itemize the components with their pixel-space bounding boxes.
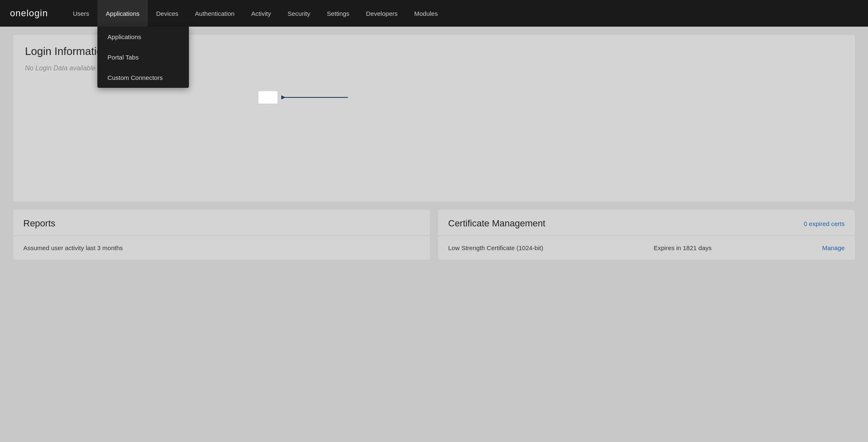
nav-item-applications[interactable]: Applications Applications Portal Tabs Cu… xyxy=(97,0,148,27)
dropdown-item-portal-tabs[interactable]: Portal Tabs xyxy=(97,47,189,67)
nav-item-developers[interactable]: Developers xyxy=(358,0,406,27)
applications-dropdown: Applications Portal Tabs Custom Connecto… xyxy=(97,27,189,88)
svg-marker-1 xyxy=(281,95,285,99)
nav-item-authentication[interactable]: Authentication xyxy=(187,0,243,27)
nav-item-security[interactable]: Security xyxy=(279,0,318,27)
certificate-name: Low Strength Certificate (1024-bit) xyxy=(448,244,543,251)
nav-item-devices[interactable]: Devices xyxy=(148,0,186,27)
brand-logo[interactable]: onelogin xyxy=(10,8,48,19)
nav-items: Users Applications Applications Portal T… xyxy=(64,0,446,27)
reports-row-1-label: Assumed user activity last 3 months xyxy=(23,244,123,251)
certificate-title: Certificate Management xyxy=(448,218,546,229)
nav-item-settings[interactable]: Settings xyxy=(318,0,357,27)
reports-card-header: Reports xyxy=(13,210,430,236)
nav-item-users[interactable]: Users xyxy=(64,0,97,27)
certificate-header-row: Certificate Management 0 expired certs xyxy=(448,218,845,229)
nav-item-modules[interactable]: Modules xyxy=(406,0,446,27)
certificate-row-1: Low Strength Certificate (1024-bit) Expi… xyxy=(438,236,855,260)
reports-title: Reports xyxy=(23,218,420,229)
bottom-row: Reports Assumed user activity last 3 mon… xyxy=(13,210,855,260)
certificate-card-header: Certificate Management 0 expired certs xyxy=(438,210,855,236)
certificate-manage-link[interactable]: Manage xyxy=(822,244,845,251)
arrow-area xyxy=(258,91,356,104)
nav-item-activity[interactable]: Activity xyxy=(243,0,280,27)
dropdown-item-custom-connectors[interactable]: Custom Connectors xyxy=(97,67,189,88)
reports-row-1: Assumed user activity last 3 months xyxy=(13,236,430,260)
certificate-management-card: Certificate Management 0 expired certs L… xyxy=(438,210,855,260)
certificate-expiry: Expires in 1821 days xyxy=(654,244,712,251)
expired-certs-link[interactable]: 0 expired certs xyxy=(804,220,845,227)
reports-card: Reports Assumed user activity last 3 mon… xyxy=(13,210,430,260)
navbar: onelogin Users Applications Applications… xyxy=(0,0,868,27)
dropdown-item-applications[interactable]: Applications xyxy=(97,27,189,47)
arrow-box xyxy=(258,91,278,104)
arrow-line xyxy=(281,93,356,102)
